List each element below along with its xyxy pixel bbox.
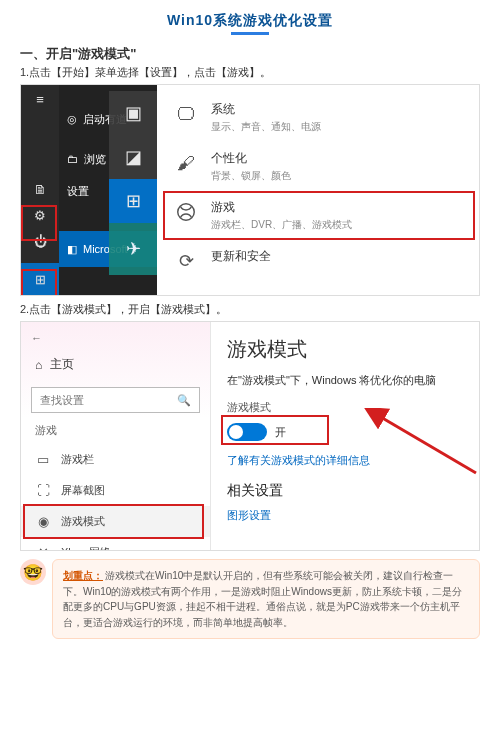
nav-game-mode-label: 游戏模式 (61, 514, 105, 529)
nav-screenshots[interactable]: ⛶ 屏幕截图 (21, 475, 210, 506)
windows-start-icon[interactable]: ⊞ (21, 263, 59, 295)
keypoint: 🤓 划重点：游戏模式在Win10中是默认开启的，但有些系统可能会被关闭，建议自行… (20, 559, 480, 639)
nav-screenshots-label: 屏幕截图 (61, 483, 105, 498)
avatar-icon: 🤓 (20, 559, 46, 585)
gamebar-icon: ▭ (35, 452, 51, 467)
sidebar-category: 游戏 (21, 423, 210, 444)
gm-title: 游戏模式 (227, 336, 467, 363)
keypoint-label: 划重点： (63, 570, 103, 581)
category-personalization-sub: 背景、锁屏、颜色 (211, 169, 291, 183)
folder-icon: 🗀 (67, 153, 78, 165)
category-gaming[interactable]: 游戏 游戏栏、DVR、广播、游戏模式 (167, 191, 479, 240)
category-system[interactable]: 🖵 系统 显示、声音、通知、电源 (167, 93, 479, 142)
nav-game-bar[interactable]: ▭ 游戏栏 (21, 444, 210, 475)
back-icon[interactable]: ← (21, 328, 210, 348)
keypoint-bubble: 划重点：游戏模式在Win10中是默认开启的，但有些系统可能会被关闭，建议自行检查… (52, 559, 480, 639)
document-icon[interactable]: 🗎 (32, 181, 48, 197)
keypoint-text: 游戏模式在Win10中是默认开启的，但有些系统可能会被关闭，建议自行检查一下。W… (63, 570, 462, 628)
sidebar-home[interactable]: ⌂ 主页 (21, 348, 210, 381)
gm-learn-more-link[interactable]: 了解有关游戏模式的详细信息 (227, 453, 467, 468)
tile-placeholder-2[interactable]: ◪ (109, 135, 157, 179)
start-item-browse-label: 浏览 (84, 152, 106, 167)
category-personalization[interactable]: 🖌 个性化 背景、锁屏、颜色 (167, 142, 479, 191)
gm-toggle-row: 开 (227, 419, 306, 445)
tile-placeholder-1[interactable]: ▣ (109, 91, 157, 135)
brush-icon: 🖌 (173, 150, 199, 176)
start-menu-panel: ≡ 🗎 ⚙ ⏻ ⊞ ◎ 启动有道 🗀 浏览 设置 ◧ Microsoft (21, 85, 157, 295)
search-placeholder: 查找设置 (40, 393, 84, 408)
tile-placeholder-4[interactable]: ✈ (109, 223, 157, 275)
screenshot-start-settings: ≡ 🗎 ⚙ ⏻ ⊞ ◎ 启动有道 🗀 浏览 设置 ◧ Microsoft (20, 84, 480, 296)
nav-xbox[interactable]: ✕ Xbox 网络 (21, 537, 210, 551)
gear-icon[interactable]: ⚙ (32, 207, 48, 223)
page-title: Win10系统游戏优化设置 (20, 12, 480, 30)
screenshot-game-mode: ← ⌂ 主页 查找设置 🔍 游戏 ▭ 游戏栏 ⛶ 屏幕截图 ◉ 游戏模式 (20, 321, 480, 551)
ring-icon: ◎ (67, 113, 77, 126)
nav-xbox-label: Xbox 网络 (61, 545, 111, 551)
xbox-small-icon: ✕ (35, 545, 51, 551)
category-gaming-sub: 游戏栏、DVR、广播、游戏模式 (211, 218, 352, 232)
category-personalization-title: 个性化 (211, 150, 291, 167)
sync-icon: ⟳ (173, 248, 199, 274)
settings-sidebar: ← ⌂ 主页 查找设置 🔍 游戏 ▭ 游戏栏 ⛶ 屏幕截图 ◉ 游戏模式 (21, 322, 211, 550)
category-update[interactable]: ⟳ 更新和安全 (167, 240, 479, 282)
related-heading: 相关设置 (227, 482, 467, 500)
gm-toggle-label: 游戏模式 (227, 400, 467, 415)
search-input[interactable]: 查找设置 🔍 (31, 387, 200, 413)
gm-desc: 在"游戏模式"下，Windows 将优化你的电脑 (227, 373, 467, 388)
start-rail: ≡ 🗎 ⚙ ⏻ ⊞ (21, 85, 59, 295)
capture-icon: ⛶ (35, 483, 51, 498)
category-update-title: 更新和安全 (211, 248, 271, 265)
step-1-text: 1.点击【开始】菜单选择【设置】，点击【游戏】。 (20, 65, 480, 80)
section-heading: 一、开启"游戏模式" (20, 45, 480, 63)
monitor-icon: 🖵 (173, 101, 199, 127)
search-icon: 🔍 (177, 394, 191, 407)
graphics-link[interactable]: 图形设置 (227, 508, 467, 523)
hamburger-icon[interactable]: ≡ (32, 91, 48, 107)
home-icon: ⌂ (35, 358, 42, 372)
title-underline (231, 32, 269, 35)
nav-game-mode[interactable]: ◉ 游戏模式 (21, 506, 210, 537)
gm-toggle-state: 开 (275, 425, 286, 440)
start-tiles: ▣ ◪ ⊞ ✈ (109, 91, 157, 275)
category-gaming-title: 游戏 (211, 199, 352, 216)
gm-toggle[interactable] (227, 423, 267, 441)
svg-point-0 (178, 204, 195, 221)
nav-game-bar-label: 游戏栏 (61, 452, 94, 467)
sidebar-home-label: 主页 (50, 356, 74, 373)
settings-content: 游戏模式 在"游戏模式"下，Windows 将优化你的电脑 游戏模式 开 了解有… (211, 322, 479, 550)
gamemode-icon: ◉ (35, 514, 51, 529)
category-system-title: 系统 (211, 101, 321, 118)
power-icon[interactable]: ⏻ (32, 233, 48, 249)
microsoft-icon: ◧ (67, 243, 77, 256)
step-2-text: 2.点击【游戏模式】，开启【游戏模式】。 (20, 302, 480, 317)
settings-categories: 🖵 系统 显示、声音、通知、电源 🖌 个性化 背景、锁屏、颜色 游戏 (157, 85, 479, 295)
start-item-settings-label: 设置 (67, 184, 89, 199)
category-system-sub: 显示、声音、通知、电源 (211, 120, 321, 134)
xbox-icon (173, 199, 199, 225)
tile-placeholder-3[interactable]: ⊞ (109, 179, 157, 223)
